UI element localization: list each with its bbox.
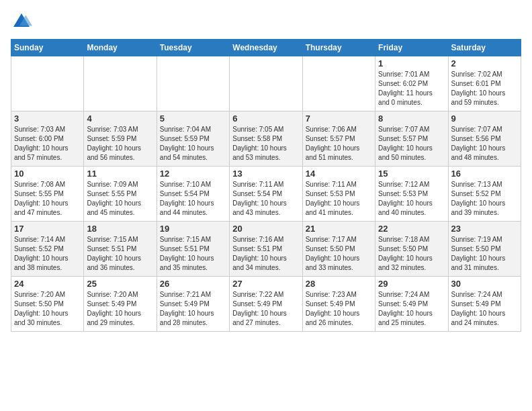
day-number: 28 <box>306 279 372 289</box>
day-info: Sunrise: 7:22 AM Sunset: 5:49 PM Dayligh… <box>232 290 299 328</box>
calendar-cell: 30Sunrise: 7:24 AM Sunset: 5:49 PM Dayli… <box>448 277 521 332</box>
day-info: Sunrise: 7:07 AM Sunset: 5:57 PM Dayligh… <box>378 125 445 163</box>
calendar-cell: 3Sunrise: 7:03 AM Sunset: 6:00 PM Daylig… <box>11 111 84 167</box>
calendar-cell: 7Sunrise: 7:06 AM Sunset: 5:57 PM Daylig… <box>302 111 375 167</box>
day-number: 5 <box>160 113 226 124</box>
day-info: Sunrise: 7:16 AM Sunset: 5:51 PM Dayligh… <box>232 235 299 273</box>
calendar-cell: 19Sunrise: 7:15 AM Sunset: 5:51 PM Dayli… <box>157 222 229 277</box>
weekday-header-row: SundayMondayTuesdayWednesdayThursdayFrid… <box>11 40 521 56</box>
day-number: 20 <box>232 224 299 234</box>
day-info: Sunrise: 7:21 AM Sunset: 5:49 PM Dayligh… <box>160 290 226 328</box>
calendar-cell: 14Sunrise: 7:11 AM Sunset: 5:53 PM Dayli… <box>302 167 375 222</box>
logo <box>11 11 35 32</box>
day-number: 19 <box>160 224 226 234</box>
calendar-cell: 24Sunrise: 7:20 AM Sunset: 5:50 PM Dayli… <box>11 277 84 332</box>
calendar-cell: 26Sunrise: 7:21 AM Sunset: 5:49 PM Dayli… <box>157 277 229 332</box>
day-number: 3 <box>14 113 81 124</box>
calendar-cell: 18Sunrise: 7:15 AM Sunset: 5:51 PM Dayli… <box>84 222 157 277</box>
calendar-week-3: 10Sunrise: 7:08 AM Sunset: 5:55 PM Dayli… <box>11 167 521 222</box>
calendar-body: 1Sunrise: 7:01 AM Sunset: 6:02 PM Daylig… <box>11 56 521 332</box>
calendar-cell <box>157 56 229 111</box>
calendar-cell: 17Sunrise: 7:14 AM Sunset: 5:52 PM Dayli… <box>11 222 84 277</box>
calendar-cell: 22Sunrise: 7:18 AM Sunset: 5:50 PM Dayli… <box>375 222 448 277</box>
calendar-cell <box>302 56 375 111</box>
day-info: Sunrise: 7:03 AM Sunset: 6:00 PM Dayligh… <box>14 125 81 163</box>
day-number: 10 <box>14 169 81 179</box>
weekday-header-monday: Monday <box>84 40 157 56</box>
calendar-cell: 25Sunrise: 7:20 AM Sunset: 5:49 PM Dayli… <box>84 277 157 332</box>
day-info: Sunrise: 7:15 AM Sunset: 5:51 PM Dayligh… <box>87 235 153 273</box>
weekday-header-friday: Friday <box>375 40 448 56</box>
day-info: Sunrise: 7:24 AM Sunset: 5:49 PM Dayligh… <box>451 290 518 328</box>
day-number: 12 <box>160 169 226 179</box>
day-info: Sunrise: 7:11 AM Sunset: 5:53 PM Dayligh… <box>306 180 372 218</box>
day-number: 13 <box>232 169 299 179</box>
calendar-week-2: 3Sunrise: 7:03 AM Sunset: 6:00 PM Daylig… <box>11 111 521 167</box>
day-info: Sunrise: 7:08 AM Sunset: 5:55 PM Dayligh… <box>14 180 81 218</box>
calendar-week-1: 1Sunrise: 7:01 AM Sunset: 6:02 PM Daylig… <box>11 56 521 111</box>
day-number: 2 <box>451 58 518 68</box>
day-number: 30 <box>451 279 518 289</box>
day-info: Sunrise: 7:01 AM Sunset: 6:02 PM Dayligh… <box>378 70 445 107</box>
day-number: 26 <box>160 279 226 289</box>
calendar-cell: 6Sunrise: 7:05 AM Sunset: 5:58 PM Daylig… <box>230 111 302 167</box>
day-info: Sunrise: 7:02 AM Sunset: 6:01 PM Dayligh… <box>451 70 518 107</box>
calendar-cell: 29Sunrise: 7:24 AM Sunset: 5:49 PM Dayli… <box>375 277 448 332</box>
day-number: 7 <box>306 113 372 124</box>
day-info: Sunrise: 7:07 AM Sunset: 5:56 PM Dayligh… <box>451 125 518 163</box>
calendar-cell: 20Sunrise: 7:16 AM Sunset: 5:51 PM Dayli… <box>230 222 302 277</box>
day-number: 18 <box>87 224 153 234</box>
day-info: Sunrise: 7:05 AM Sunset: 5:58 PM Dayligh… <box>232 125 299 163</box>
day-info: Sunrise: 7:10 AM Sunset: 5:54 PM Dayligh… <box>160 180 226 218</box>
calendar-week-4: 17Sunrise: 7:14 AM Sunset: 5:52 PM Dayli… <box>11 222 521 277</box>
day-number: 6 <box>232 113 299 124</box>
day-info: Sunrise: 7:11 AM Sunset: 5:54 PM Dayligh… <box>232 180 299 218</box>
calendar-cell: 4Sunrise: 7:03 AM Sunset: 5:59 PM Daylig… <box>84 111 157 167</box>
day-info: Sunrise: 7:18 AM Sunset: 5:50 PM Dayligh… <box>378 235 445 273</box>
day-number: 21 <box>306 224 372 234</box>
calendar-cell: 15Sunrise: 7:12 AM Sunset: 5:53 PM Dayli… <box>375 167 448 222</box>
weekday-header-wednesday: Wednesday <box>230 40 302 56</box>
calendar-cell: 11Sunrise: 7:09 AM Sunset: 5:55 PM Dayli… <box>84 167 157 222</box>
calendar-cell: 5Sunrise: 7:04 AM Sunset: 5:59 PM Daylig… <box>157 111 229 167</box>
day-info: Sunrise: 7:03 AM Sunset: 5:59 PM Dayligh… <box>87 125 153 163</box>
day-number: 22 <box>378 224 445 234</box>
day-info: Sunrise: 7:14 AM Sunset: 5:52 PM Dayligh… <box>14 235 81 273</box>
weekday-header-saturday: Saturday <box>448 40 521 56</box>
calendar-cell: 10Sunrise: 7:08 AM Sunset: 5:55 PM Dayli… <box>11 167 84 222</box>
day-number: 16 <box>451 169 518 179</box>
day-number: 27 <box>232 279 299 289</box>
calendar-cell <box>11 56 84 111</box>
day-number: 8 <box>378 113 445 124</box>
calendar-header: SundayMondayTuesdayWednesdayThursdayFrid… <box>11 40 521 56</box>
calendar-cell: 27Sunrise: 7:22 AM Sunset: 5:49 PM Dayli… <box>230 277 302 332</box>
day-number: 25 <box>87 279 153 289</box>
day-info: Sunrise: 7:24 AM Sunset: 5:49 PM Dayligh… <box>378 290 445 328</box>
weekday-header-tuesday: Tuesday <box>157 40 229 56</box>
calendar-cell: 1Sunrise: 7:01 AM Sunset: 6:02 PM Daylig… <box>375 56 448 111</box>
day-info: Sunrise: 7:17 AM Sunset: 5:50 PM Dayligh… <box>306 235 372 273</box>
day-number: 4 <box>87 113 153 124</box>
day-number: 24 <box>14 279 81 289</box>
day-info: Sunrise: 7:09 AM Sunset: 5:55 PM Dayligh… <box>87 180 153 218</box>
day-info: Sunrise: 7:13 AM Sunset: 5:52 PM Dayligh… <box>451 180 518 218</box>
day-info: Sunrise: 7:12 AM Sunset: 5:53 PM Dayligh… <box>378 180 445 218</box>
day-number: 17 <box>14 224 81 234</box>
day-info: Sunrise: 7:06 AM Sunset: 5:57 PM Dayligh… <box>306 125 372 163</box>
calendar-cell: 2Sunrise: 7:02 AM Sunset: 6:01 PM Daylig… <box>448 56 521 111</box>
day-number: 9 <box>451 113 518 124</box>
page-header <box>11 11 521 32</box>
day-info: Sunrise: 7:19 AM Sunset: 5:50 PM Dayligh… <box>451 235 518 273</box>
day-number: 29 <box>378 279 445 289</box>
logo-icon <box>11 11 32 32</box>
day-number: 1 <box>378 58 445 68</box>
day-info: Sunrise: 7:04 AM Sunset: 5:59 PM Dayligh… <box>160 125 226 163</box>
calendar-cell <box>230 56 302 111</box>
calendar-table: SundayMondayTuesdayWednesdayThursdayFrid… <box>11 39 521 332</box>
calendar-cell: 23Sunrise: 7:19 AM Sunset: 5:50 PM Dayli… <box>448 222 521 277</box>
day-info: Sunrise: 7:20 AM Sunset: 5:50 PM Dayligh… <box>14 290 81 328</box>
calendar-cell: 28Sunrise: 7:23 AM Sunset: 5:49 PM Dayli… <box>302 277 375 332</box>
calendar-cell <box>84 56 157 111</box>
day-info: Sunrise: 7:20 AM Sunset: 5:49 PM Dayligh… <box>87 290 153 328</box>
calendar-cell: 21Sunrise: 7:17 AM Sunset: 5:50 PM Dayli… <box>302 222 375 277</box>
